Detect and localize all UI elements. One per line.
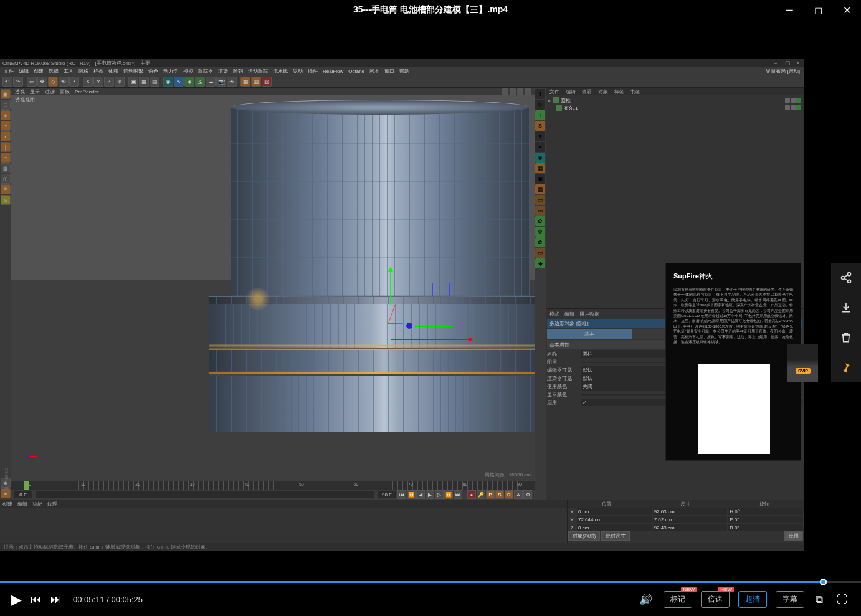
coord-obj-dropdown[interactable]: 对象(相对)	[568, 531, 600, 541]
rt-icon-10[interactable]: ▦	[535, 184, 545, 194]
menu-tracker[interactable]: 跟踪器	[198, 68, 213, 75]
menu-motiontrack[interactable]: 运动跟踪	[248, 68, 268, 75]
attr-tab-user[interactable]: 用户数据	[579, 311, 599, 318]
rt-icon-14[interactable]: ⚙	[535, 227, 545, 237]
rt-icon-15[interactable]: ✿	[535, 237, 545, 247]
snap-icon[interactable]: ⊞	[1, 184, 11, 194]
obj-row-bool[interactable]: 布尔.1	[548, 104, 801, 111]
render-view-icon[interactable]: ▣	[128, 77, 138, 87]
obj-row-cylinder[interactable]: ▸ 圆柱	[548, 97, 801, 104]
rotate-icon[interactable]: ⟲	[59, 77, 69, 87]
timeline-ruler[interactable]: 0 10 20 30 40 50 60 70 80 90	[11, 481, 535, 490]
rt-icon-17[interactable]: ◆	[535, 258, 545, 268]
key-a-icon[interactable]: A	[514, 490, 523, 499]
axis-yz-plane[interactable]	[388, 305, 410, 324]
menu-shake[interactable]: 晃动	[293, 68, 303, 75]
menu-window[interactable]: 窗口	[384, 68, 394, 75]
timeline-marker[interactable]	[24, 481, 29, 490]
subtab-basic[interactable]: 基本	[547, 329, 632, 339]
rot-b-input[interactable]: B 0°	[728, 524, 803, 531]
move-gizmo[interactable]	[378, 268, 502, 367]
camera-icon[interactable]: 📷	[216, 77, 226, 87]
pos-x-input[interactable]: 0 cm	[577, 508, 652, 515]
size-y-input[interactable]: 7.62 cm	[653, 516, 728, 523]
make-editable-icon[interactable]: ▣	[1, 89, 11, 99]
pos-z-input[interactable]: 0 cm	[577, 524, 652, 531]
frame-start-input[interactable]	[14, 491, 32, 498]
tile2-icon[interactable]: ▥	[251, 77, 261, 87]
rt-icon-5[interactable]: ♥	[535, 131, 545, 141]
menu-volume[interactable]: 体积	[108, 68, 118, 75]
vp-menu-filter[interactable]: 过滤	[45, 88, 55, 95]
tile3-icon[interactable]: ▧	[262, 77, 272, 87]
deformer-icon[interactable]: ◬	[195, 77, 205, 87]
speed-button[interactable]: 倍速 NEW	[701, 591, 730, 608]
mat-tab-edit[interactable]: 编辑	[17, 501, 27, 508]
rot-p-input[interactable]: P 0°	[728, 516, 803, 523]
menu-mesh[interactable]: 网格	[78, 68, 88, 75]
rt-icon-9[interactable]: ▣	[535, 174, 545, 184]
rt-icon-1[interactable]: ⬇	[535, 89, 545, 99]
spline-icon[interactable]: ∿	[174, 77, 184, 87]
delete-icon[interactable]	[831, 323, 861, 353]
vp-icon-3[interactable]	[517, 88, 523, 95]
mat-tab-func[interactable]: 功能	[32, 501, 42, 508]
attr-tab-edit[interactable]: 编辑	[564, 311, 574, 318]
size-x-input[interactable]: 92.63 cm	[653, 508, 728, 515]
vp-menu-panel[interactable]: 面板	[60, 88, 70, 95]
menu-octane[interactable]: Octane	[348, 69, 364, 74]
rt-icon-4[interactable]: S	[535, 121, 545, 131]
object-tree[interactable]: ▸ 圆柱 布尔.1	[546, 95, 804, 120]
share-icon[interactable]	[831, 263, 861, 293]
rt-icon-6[interactable]: ✶	[535, 142, 545, 152]
render-settings-icon[interactable]: ▦	[139, 77, 149, 87]
workplane-icon[interactable]: ◫	[1, 174, 11, 184]
vp-menu-display[interactable]: 显示	[30, 88, 40, 95]
autokey-icon[interactable]: 🔑	[477, 490, 485, 499]
axis-z-handle[interactable]	[406, 323, 412, 329]
axis-z-icon[interactable]: Z	[104, 77, 114, 87]
menu-render[interactable]: 渲染	[218, 68, 228, 75]
menu-spline[interactable]: 样条	[93, 68, 103, 75]
light-icon[interactable]: ☀	[227, 77, 237, 87]
c4d-min-icon[interactable]: −	[774, 60, 780, 66]
pos-y-input[interactable]: 72.644 cm	[577, 516, 652, 523]
primitive-icon[interactable]: ◉	[163, 77, 173, 87]
obj-tab-view[interactable]: 查看	[582, 88, 592, 95]
next-frame-icon[interactable]: ▷	[435, 490, 444, 499]
play-button[interactable]: ▶	[11, 592, 22, 608]
move-icon[interactable]: ✥	[37, 77, 47, 87]
maximize-button[interactable]: ◻	[804, 0, 832, 20]
vp-icon-1[interactable]	[502, 88, 508, 95]
rt-icon-11[interactable]: ▭	[535, 195, 545, 205]
progress-thumb[interactable]	[820, 579, 827, 585]
menu-tools[interactable]: 工具	[64, 68, 74, 75]
prev-key-icon[interactable]: ⏪	[407, 490, 416, 499]
axis-x-icon[interactable]: X	[83, 77, 93, 87]
volume-icon[interactable]: 🔊	[637, 593, 655, 606]
quality-button[interactable]: 超清	[738, 591, 767, 608]
edge-mode-icon[interactable]: │	[1, 142, 11, 152]
axis-green-line[interactable]	[415, 326, 452, 327]
download-icon[interactable]	[831, 293, 861, 323]
key-p-icon[interactable]: P	[486, 490, 495, 499]
pin-icon[interactable]	[831, 353, 861, 382]
layout-label[interactable]: 界面布局 [启动]	[766, 68, 800, 75]
last-tool-icon[interactable]: •	[69, 77, 79, 87]
menu-edit[interactable]: 编辑	[19, 68, 29, 75]
scale-icon[interactable]: ◇	[48, 77, 58, 87]
rt-icon-7[interactable]: ◉	[535, 153, 545, 163]
axis-y-icon[interactable]: Y	[93, 77, 103, 87]
key-s-icon[interactable]: S	[495, 490, 504, 499]
timeline-slider[interactable]	[36, 491, 374, 498]
axis-x-handle[interactable]	[391, 339, 472, 340]
obj-tab-file[interactable]: 文件	[549, 88, 559, 95]
menu-sculpt[interactable]: 雕刻	[233, 68, 243, 75]
rot-h-input[interactable]: H 0°	[728, 508, 803, 515]
subtitle-button[interactable]: 字幕	[776, 591, 804, 608]
prev-button[interactable]: ⏮	[31, 593, 42, 606]
fullscreen-icon[interactable]: ⛶	[834, 594, 850, 606]
menu-file[interactable]: 文件	[4, 68, 14, 75]
rt-icon-2[interactable]: ↻	[535, 100, 545, 110]
menu-character[interactable]: 角色	[148, 68, 158, 75]
